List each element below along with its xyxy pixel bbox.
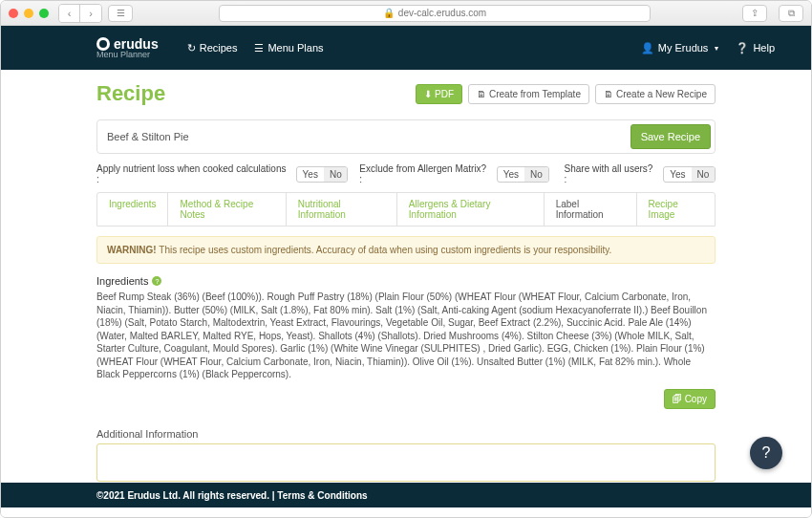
window-controls: [9, 9, 49, 18]
tabs: Ingredients Method & Recipe Notes Nutrit…: [96, 192, 716, 227]
footer-copyright: ©2021 Erudus Ltd. All rights reserved. |: [96, 490, 275, 501]
pdf-button[interactable]: ⬇ PDF: [416, 84, 462, 104]
warning-text: This recipe uses custom ingredients. Acc…: [157, 245, 612, 255]
recipe-name-row: Save Recipe: [96, 119, 716, 154]
logo-text: erudus: [114, 37, 159, 51]
logo-subtitle: Menu Planner: [96, 51, 159, 59]
tab-nutritional[interactable]: Nutritional Information: [287, 193, 397, 226]
new-icon: 🗎: [604, 89, 613, 99]
share-no[interactable]: No: [692, 167, 716, 182]
footer: ©2021 Erudus Ltd. All rights reserved. |…: [1, 483, 811, 507]
nav-recipes[interactable]: ↻ Recipes: [187, 42, 238, 54]
tab-method[interactable]: Method & Recipe Notes: [168, 193, 286, 226]
tab-label-info[interactable]: Label Information: [545, 193, 637, 226]
tab-recipe-image[interactable]: Recipe Image: [637, 193, 715, 226]
recipe-name-input[interactable]: [101, 127, 630, 146]
user-icon: 👤: [641, 42, 654, 54]
nav-arrows: ‹ ›: [58, 4, 102, 23]
share-label: Share with all users? :: [565, 163, 658, 184]
exclude-yes[interactable]: Yes: [498, 167, 524, 182]
tab-allergens[interactable]: Allergens & Dietary Information: [397, 193, 545, 226]
logo-icon: [96, 37, 110, 51]
info-icon[interactable]: ?: [152, 276, 161, 286]
tabs-button[interactable]: ⧉: [779, 5, 803, 22]
back-button[interactable]: ‹: [59, 5, 80, 22]
copy-button[interactable]: 🗐 Copy: [664, 389, 716, 409]
logo[interactable]: erudus Menu Planner: [96, 37, 159, 59]
browser-titlebar: ‹ › ☰ 🔒 dev-calc.erudus.com ⇪ ⧉: [1, 1, 811, 26]
options-row: Apply nutrient loss when cooked calculat…: [96, 163, 716, 184]
tab-ingredients[interactable]: Ingredients: [97, 193, 168, 226]
menu-plans-icon: ☰: [254, 42, 264, 54]
exclude-allergen-label: Exclude from Allergen Matrix? :: [359, 163, 490, 184]
nav-menu-plans[interactable]: ☰ Menu Plans: [254, 42, 323, 54]
additional-info-title: Additional Information: [96, 428, 716, 440]
user-menu[interactable]: 👤 My Erudus: [641, 42, 719, 54]
share-toggle[interactable]: Yes No: [663, 166, 716, 183]
nutrient-loss-yes[interactable]: Yes: [297, 167, 324, 182]
ingredients-section-title: Ingredients ?: [96, 275, 716, 287]
warning-prefix: WARNING!: [107, 245, 157, 255]
template-icon: 🗎: [477, 89, 486, 99]
copy-icon: 🗐: [673, 394, 682, 404]
recipes-icon: ↻: [187, 42, 196, 54]
nutrient-loss-no[interactable]: No: [324, 167, 348, 182]
help-fab[interactable]: ?: [750, 437, 782, 469]
maximize-window-icon[interactable]: [39, 9, 49, 18]
warning-box: WARNING! This recipe uses custom ingredi…: [96, 236, 716, 264]
page-title: Recipe: [96, 81, 416, 106]
address-bar[interactable]: 🔒 dev-calc.erudus.com: [219, 5, 651, 22]
exclude-no[interactable]: No: [524, 167, 548, 182]
lock-icon: 🔒: [383, 8, 395, 18]
app-header: erudus Menu Planner ↻ Recipes ☰ Menu Pla…: [1, 26, 811, 70]
help-icon: ❔: [736, 42, 749, 54]
nutrient-loss-label: Apply nutrient loss when cooked calculat…: [96, 163, 290, 184]
browser-window: ‹ › ☰ 🔒 dev-calc.erudus.com ⇪ ⧉ erudus M…: [0, 0, 812, 518]
create-new-recipe-button[interactable]: 🗎 Create a New Recipe: [595, 84, 716, 104]
share-button[interactable]: ⇪: [742, 5, 767, 22]
nav-help[interactable]: ❔ Help: [736, 42, 775, 54]
minimize-window-icon[interactable]: [24, 9, 33, 18]
additional-info-input[interactable]: [96, 443, 716, 482]
sidebar-button[interactable]: ☰: [108, 5, 133, 22]
exclude-allergen-toggle[interactable]: Yes No: [497, 166, 549, 183]
forward-button[interactable]: ›: [80, 5, 101, 22]
save-recipe-button[interactable]: Save Recipe: [630, 124, 711, 149]
close-window-icon[interactable]: [9, 9, 18, 18]
download-icon: ⬇: [424, 89, 432, 99]
create-from-template-button[interactable]: 🗎 Create from Template: [468, 84, 589, 104]
share-yes[interactable]: Yes: [664, 167, 691, 182]
url-text: dev-calc.erudus.com: [398, 8, 486, 18]
ingredients-text: Beef Rump Steak (36%) (Beef (100%)). Rou…: [96, 291, 716, 381]
nutrient-loss-toggle[interactable]: Yes No: [296, 166, 349, 183]
footer-terms[interactable]: Terms & Conditions: [275, 490, 368, 501]
